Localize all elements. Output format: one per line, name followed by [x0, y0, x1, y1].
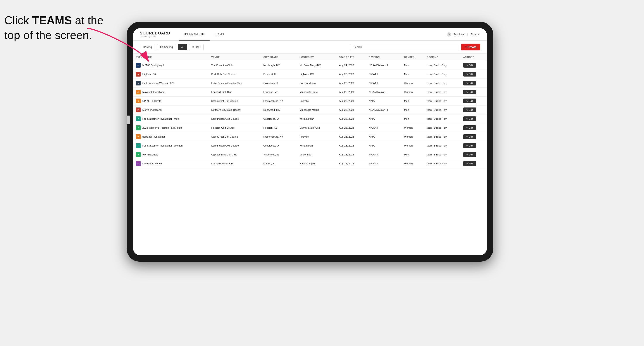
- cell-scoring: team, Stroke Play: [424, 141, 460, 150]
- table-row: K Klash at Kokopelli Kokopelli Golf Club…: [133, 159, 487, 168]
- tournaments-table: EVENT NAME VENUE CITY, STATE HOSTED BY S…: [133, 54, 487, 168]
- cell-division: NICAA I: [366, 159, 402, 168]
- table-container: EVENT NAME VENUE CITY, STATE HOSTED BY S…: [133, 54, 487, 255]
- team-logo: F: [136, 143, 140, 148]
- cell-event-name: M Maverick Invitational: [133, 88, 209, 97]
- cell-actions: ✎ Edit: [460, 150, 487, 159]
- edit-button[interactable]: ✎ Edit: [463, 90, 476, 94]
- cell-venue: Park Hills Golf Course: [209, 70, 261, 79]
- cell-gender: Men: [402, 150, 424, 159]
- edit-button[interactable]: ✎ Edit: [463, 99, 476, 103]
- table-row: H Highland 36 Park Hills Golf Course Fre…: [133, 70, 487, 79]
- team-logo: U: [136, 99, 140, 103]
- team-logo: C: [136, 81, 140, 85]
- all-button[interactable]: All: [178, 44, 187, 50]
- hosting-button[interactable]: Hosting: [140, 44, 155, 50]
- cell-event-name: F Fall Statesmen Invitational - Women: [133, 141, 209, 150]
- edit-button[interactable]: ✎ Edit: [463, 63, 476, 68]
- cell-gender: Men: [402, 115, 424, 123]
- search-input[interactable]: [350, 44, 459, 50]
- filter-button[interactable]: ≡ Filter: [189, 44, 204, 50]
- col-hosted-by: HOSTED BY: [297, 54, 336, 61]
- team-logo: F: [136, 116, 140, 121]
- cell-city-state: Prestonsburg, KY: [261, 132, 297, 141]
- cell-gender: Men: [402, 70, 424, 79]
- cell-event-name: F Fall Statesmen Invitational - Men: [133, 115, 209, 123]
- cell-venue: StoneCrest Golf Course: [209, 97, 261, 106]
- create-button[interactable]: + Create: [461, 44, 480, 50]
- cell-actions: ✎ Edit: [460, 79, 487, 88]
- nav-right: ⚙ Test User | Sign out: [447, 32, 480, 37]
- edit-button[interactable]: ✎ Edit: [463, 72, 476, 77]
- edit-button[interactable]: ✎ Edit: [463, 108, 476, 112]
- event-name-text: Fall Statesmen Invitational - Women: [142, 144, 183, 147]
- edit-icon: ✎: [466, 91, 468, 93]
- edit-button[interactable]: ✎ Edit: [463, 143, 476, 148]
- edit-button[interactable]: ✎ Edit: [463, 152, 476, 157]
- cell-hosted-by: William Penn: [297, 141, 336, 150]
- table-row: V VU PREVIEW Cypress Hills Golf Club Vin…: [133, 150, 487, 159]
- cell-actions: ✎ Edit: [460, 106, 487, 115]
- edit-icon: ✎: [466, 64, 468, 66]
- cell-hosted-by: Minnesota State: [297, 88, 336, 97]
- table-header-row: EVENT NAME VENUE CITY, STATE HOSTED BY S…: [133, 54, 487, 61]
- edit-button[interactable]: ✎ Edit: [463, 134, 476, 139]
- gear-icon[interactable]: ⚙: [447, 32, 451, 37]
- cell-event-name: C Carl Sandburg Women FA23: [133, 79, 209, 88]
- cell-division: NAIA: [366, 97, 402, 106]
- cell-scoring: team, Stroke Play: [424, 150, 460, 159]
- cell-scoring: team, Stroke Play: [424, 106, 460, 115]
- cell-division: NCAA Division III: [366, 106, 402, 115]
- cell-hosted-by: William Penn: [297, 115, 336, 123]
- cell-start-date: Aug 28, 2023: [336, 88, 366, 97]
- table-row: U UPIKE Fall Invite StoneCrest Golf Cour…: [133, 97, 487, 106]
- cell-gender: Women: [402, 123, 424, 132]
- cell-city-state: Hesston, KS: [261, 123, 297, 132]
- nav-teams[interactable]: TEAMS: [210, 28, 228, 40]
- cell-start-date: Aug 26, 2023: [336, 79, 366, 88]
- edit-button[interactable]: ✎ Edit: [463, 161, 476, 166]
- event-name-text: Highland 36: [142, 73, 156, 75]
- cell-event-name: U upike fall invitational: [133, 132, 209, 141]
- col-event-name: EVENT NAME: [133, 54, 209, 61]
- edit-icon: ✎: [466, 163, 468, 165]
- cell-event-name: U UPIKE Fall Invite: [133, 97, 209, 106]
- cell-venue: Edmundson Golf Course: [209, 115, 261, 123]
- toolbar: Hosting Competing All ≡ Filter + Create: [133, 40, 487, 54]
- competing-button[interactable]: Competing: [157, 44, 176, 50]
- team-logo: U: [136, 134, 140, 139]
- cell-city-state: Deerwood, MN: [261, 106, 297, 115]
- cell-gender: Men: [402, 61, 424, 70]
- edit-button[interactable]: ✎ Edit: [463, 81, 476, 85]
- sign-out-link[interactable]: Sign out: [471, 33, 480, 36]
- event-name-text: Carl Sandburg Women FA23: [142, 82, 174, 84]
- col-scoring: SCORING: [424, 54, 460, 61]
- edit-button[interactable]: ✎ Edit: [463, 116, 476, 121]
- sidebar-tab[interactable]: [126, 116, 130, 124]
- cell-venue: Cypress Hills Golf Club: [209, 150, 261, 159]
- edit-label: Edit: [469, 135, 473, 138]
- nav-tournaments[interactable]: TOURNAMENTS: [179, 28, 210, 40]
- cell-event-name: V VU PREVIEW: [133, 150, 209, 159]
- cell-start-date: Aug 25, 2023: [336, 70, 366, 79]
- event-name-text: Fall Statesmen Invitational - Men: [142, 118, 179, 120]
- cell-division: NICAA I: [366, 70, 402, 79]
- cell-venue: Ruttger's Bay Lake Resort: [209, 106, 261, 115]
- edit-icon: ✎: [466, 73, 468, 75]
- cell-gender: Women: [402, 159, 424, 168]
- cell-division: NICAA I: [366, 79, 402, 88]
- cell-division: NAIA: [366, 132, 402, 141]
- edit-label: Edit: [469, 91, 473, 93]
- cell-start-date: Aug 28, 2023: [336, 141, 366, 150]
- cell-hosted-by: Vincennes: [297, 150, 336, 159]
- cell-venue: Faribault Golf Club: [209, 88, 261, 97]
- cell-city-state: Prestonsburg, KY: [261, 97, 297, 106]
- col-gender: GENDER: [402, 54, 424, 61]
- cell-city-state: Oskaloosa, IA: [261, 141, 297, 150]
- cell-city-state: Faribault, MN: [261, 88, 297, 97]
- table-body: M MSMC Qualifying 1 The Powelton Club Ne…: [133, 61, 487, 168]
- edit-button[interactable]: ✎ Edit: [463, 125, 476, 130]
- cell-actions: ✎ Edit: [460, 159, 487, 168]
- cell-event-name: K Klash at Kokopelli: [133, 159, 209, 168]
- cell-actions: ✎ Edit: [460, 132, 487, 141]
